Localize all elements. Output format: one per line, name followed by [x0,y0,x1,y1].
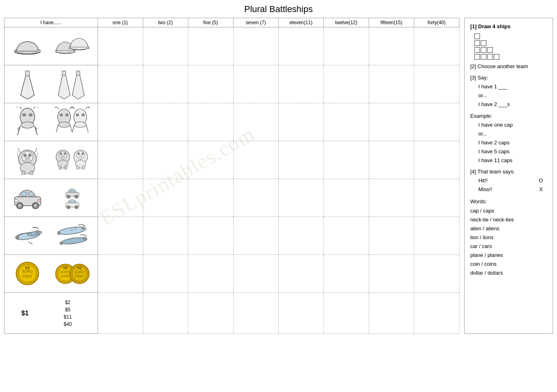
grid-cell[interactable] [188,255,233,293]
grid-cell[interactable] [278,141,323,179]
svg-point-77 [31,233,33,235]
svg-text:CENT: CENT [23,274,33,278]
grid-cell[interactable] [369,293,414,334]
grid-cell[interactable] [188,27,233,65]
table-row [4,65,459,103]
grid-cell[interactable] [233,293,278,334]
grid-cell[interactable] [369,179,414,217]
step2-label: [2] Choose another team [470,62,547,71]
grid-cell[interactable] [369,141,414,179]
svg-rect-66 [73,190,75,192]
dollar-single-value: $1 [21,310,29,317]
grid-cell[interactable] [98,179,143,217]
svg-text:50: 50 [77,266,82,270]
plane-single-icon [13,225,43,247]
svg-rect-58 [21,192,26,196]
grid-cell[interactable] [233,103,278,141]
grid-cell[interactable] [143,141,188,179]
svg-point-14 [16,107,19,107]
grid-cell[interactable] [323,65,369,103]
grid-cell[interactable] [278,103,323,141]
grid-cell[interactable] [323,27,369,65]
grid-cell[interactable] [143,27,188,65]
grid-cell[interactable] [143,293,188,334]
grid-cell[interactable] [98,141,143,179]
grid-cell[interactable] [98,27,143,65]
grid-cell[interactable] [188,293,233,334]
grid-cell[interactable] [233,65,278,103]
ship-cell [474,33,480,39]
svg-point-32 [28,154,31,157]
grid-cell[interactable] [414,141,459,179]
grid-cell[interactable] [98,255,143,293]
svg-rect-65 [69,190,71,192]
table-row: $1 $2$5$11$40 [4,293,459,334]
example-line4: I have 11 caps [470,156,547,165]
grid-cell[interactable] [414,65,459,103]
grid-cell[interactable] [98,103,143,141]
grid-cell[interactable] [233,255,278,293]
svg-point-57 [34,204,37,207]
grid-cell[interactable] [188,179,233,217]
grid-cell[interactable] [323,293,369,334]
grid-cell[interactable] [233,179,278,217]
grid-cell[interactable] [188,217,233,255]
hit-symbol: O [539,176,543,185]
grid-cell[interactable] [143,65,188,103]
ship-cell [481,40,486,46]
svg-point-31 [23,154,27,157]
ship-cell [487,47,493,53]
grid-cell[interactable] [278,65,323,103]
grid-cell[interactable] [414,217,459,255]
grid-cell[interactable] [143,179,188,217]
grid-cell[interactable] [143,217,188,255]
svg-point-55 [18,204,21,207]
tie-double-icon [56,69,88,99]
grid-cell[interactable] [278,27,323,65]
grid-cell[interactable] [278,255,323,293]
grid-cell[interactable] [323,141,369,179]
grid-cell[interactable] [143,255,188,293]
grid-cell[interactable] [414,293,459,334]
grid-cell[interactable] [98,65,143,103]
example-line2: I have 2 caps [470,138,547,147]
grid-cell[interactable] [188,141,233,179]
svg-rect-52 [82,166,85,169]
grid-cell[interactable] [369,65,414,103]
svg-point-84 [60,242,63,245]
grid-cell[interactable] [414,27,459,65]
plane-double-icon [54,223,90,249]
grid-cell[interactable] [369,255,414,293]
word-item: dollar / dollars [470,269,547,277]
grid-cell[interactable] [278,293,323,334]
grid-cell[interactable] [414,255,459,293]
col-header-4: seven (7) [233,18,278,27]
grid-cell[interactable] [369,27,414,65]
grid-cell[interactable] [323,179,369,217]
battleship-grid: I have...... one (1) two (2) five (5) se… [4,18,459,334]
grid-cell[interactable] [369,103,414,141]
grid-cell[interactable] [143,103,188,141]
grid-cell[interactable] [188,103,233,141]
grid-cell[interactable] [414,103,459,141]
svg-point-39 [60,152,62,155]
grid-cell[interactable] [369,217,414,255]
grid-cell[interactable] [278,217,323,255]
grid-cell[interactable] [188,65,233,103]
svg-point-69 [75,205,78,209]
miss-symbol: X [539,185,543,194]
grid-cell[interactable] [233,27,278,65]
svg-point-76 [28,234,30,236]
grid-cell[interactable] [323,217,369,255]
tie-single-icon [17,69,39,99]
coin-single-icon: EURO CENT 50 [15,261,41,287]
svg-point-49 [79,155,83,158]
grid-cell[interactable] [233,217,278,255]
grid-cell[interactable] [278,179,323,217]
grid-cell[interactable] [233,141,278,179]
grid-cell[interactable] [98,217,143,255]
grid-cell[interactable] [98,293,143,334]
grid-cell[interactable] [414,179,459,217]
grid-cell[interactable] [323,103,369,141]
grid-cell[interactable] [323,255,369,293]
